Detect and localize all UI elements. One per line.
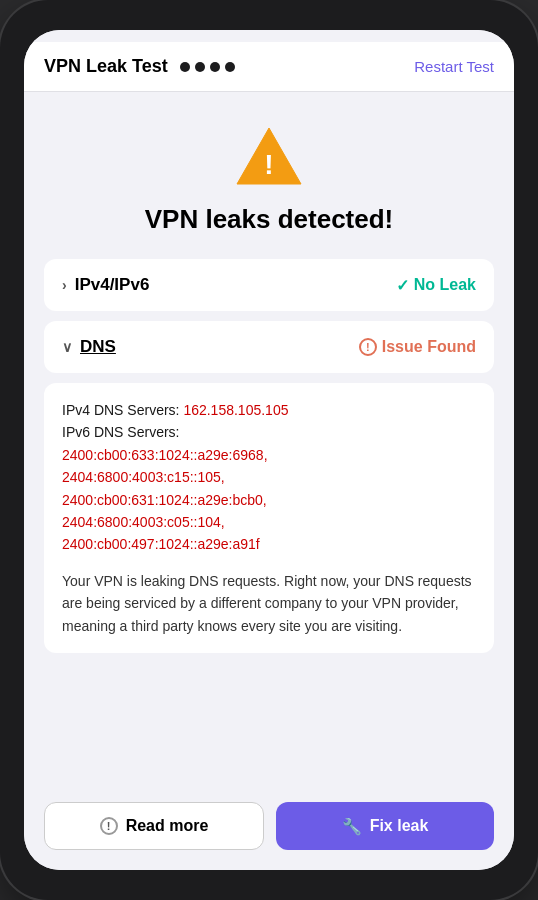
warning-icon: ! [233,124,305,188]
dns-detail-box: IPv4 DNS Servers: 162.158.105.105 IPv6 D… [44,383,494,653]
dot-4 [225,62,235,72]
phone-shell: VPN Leak Test Restart Test ! VPN leaks d… [0,0,538,900]
restart-button[interactable]: Restart Test [414,58,494,75]
fix-leak-button[interactable]: 🔧 Fix leak [276,802,494,850]
ipv6-dns-header: IPv6 DNS Servers: [62,421,476,443]
fix-leak-label: Fix leak [370,817,429,835]
wrench-icon: 🔧 [342,817,362,836]
read-more-button[interactable]: ! Read more [44,802,264,850]
ipv6-value-item: 2400:cb00:633:1024::a29e:6968, [62,444,476,466]
dot-1 [180,62,190,72]
header: VPN Leak Test Restart Test [24,42,514,92]
ipv4-status-text: No Leak [414,276,476,294]
dns-chevron: ∨ [62,339,72,355]
hero-section: ! VPN leaks detected! [44,92,494,259]
ipv6-value-item: 2400:cb00:497:1024::a29e:a91f [62,533,476,555]
svg-text:!: ! [264,149,273,180]
footer-buttons: ! Read more 🔧 Fix leak [24,786,514,870]
ipv4-chevron: › [62,277,67,293]
dns-label: DNS [80,337,116,357]
ipv4-dns-line: IPv4 DNS Servers: 162.158.105.105 [62,399,476,421]
issue-circle-icon: ! [359,338,377,356]
screen: VPN Leak Test Restart Test ! VPN leaks d… [24,30,514,870]
header-dots [180,62,235,72]
read-more-label: Read more [126,817,209,835]
ipv4-dns-label: IPv4 DNS Servers: [62,402,179,418]
dns-status-text: Issue Found [382,338,476,356]
ipv4-ipv6-label: IPv4/IPv6 [75,275,150,295]
ipv4-status: ✓ No Leak [396,276,476,295]
status-bar [24,30,514,42]
ipv6-value-item: 2400:cb00:631:1024::a29e:bcb0, [62,489,476,511]
check-icon: ✓ [396,276,409,295]
header-left: VPN Leak Test [44,56,235,77]
dns-row[interactable]: ∨ DNS ! Issue Found [44,321,494,373]
ipv4-ipv6-left: › IPv4/IPv6 [62,275,149,295]
dns-description: Your VPN is leaking DNS requests. Right … [62,570,476,637]
read-more-alert-icon: ! [100,817,118,835]
ipv4-dns-value: 162.158.105.105 [183,402,288,418]
main-content: ! VPN leaks detected! › IPv4/IPv6 ✓ No L… [24,92,514,786]
ipv6-dns-values: 2400:cb00:633:1024::a29e:6968,2404:6800:… [62,444,476,556]
ipv6-dns-label: IPv6 DNS Servers: [62,424,179,440]
ipv6-value-item: 2404:6800:4003:c05::104, [62,511,476,533]
ipv4-ipv6-row[interactable]: › IPv4/IPv6 ✓ No Leak [44,259,494,311]
dot-2 [195,62,205,72]
dot-3 [210,62,220,72]
dns-status: ! Issue Found [359,338,476,356]
ipv6-value-item: 2404:6800:4003:c15::105, [62,466,476,488]
dns-left: ∨ DNS [62,337,116,357]
page-title: VPN Leak Test [44,56,168,77]
hero-title: VPN leaks detected! [145,204,394,235]
